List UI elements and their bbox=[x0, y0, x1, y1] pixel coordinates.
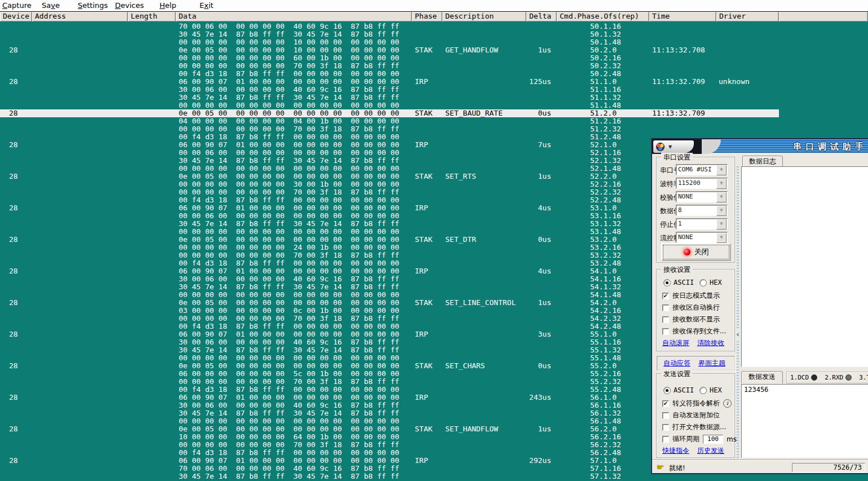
table-row[interactable]: 70 00 06 00 00 00 00 00 40 60 9c 16 87 b… bbox=[0, 23, 868, 30]
column-header-blank[interactable] bbox=[779, 12, 868, 21]
table-row[interactable]: 00 00 00 00 00 00 00 00 70 00 3f 18 87 b… bbox=[0, 62, 868, 70]
table-row[interactable]: 30 45 7e 14 87 b8 ff ff 30 45 7e 14 87 b… bbox=[0, 94, 868, 102]
quick-command-link[interactable]: 快捷指令 bbox=[662, 446, 689, 456]
receive-hex-radio[interactable]: HEX bbox=[699, 279, 722, 286]
cell-ofs: 50.2.0 bbox=[590, 46, 617, 54]
cell-ofs: 51.2.32 bbox=[590, 125, 621, 133]
stop-bits-select[interactable]: 1▼ bbox=[676, 218, 728, 230]
column-header-data[interactable]: Data bbox=[176, 12, 412, 21]
menu-bar: CaptureSaveSettingsDevicesHelpExit bbox=[0, 0, 868, 12]
parity-select[interactable]: NONE▼ bbox=[676, 191, 728, 202]
info-icon[interactable]: i bbox=[723, 399, 732, 408]
file-source-checkbox[interactable]: 打开文件数据源... bbox=[662, 422, 726, 432]
table-row[interactable]: 04 00 00 00 00 00 00 00 04 00 1b 00 00 0… bbox=[0, 117, 868, 125]
menu-item-settings[interactable]: Settings bbox=[78, 1, 108, 10]
flow-control-select[interactable]: NONE▼ bbox=[676, 232, 728, 243]
table-row[interactable]: 00 f4 d3 18 87 b8 ff ff 00 00 00 00 00 0… bbox=[0, 70, 868, 78]
app-logo-icon bbox=[656, 143, 665, 151]
column-header-phase[interactable]: Phase bbox=[412, 12, 442, 21]
cell-desc: GET_HANDFLOW bbox=[445, 46, 498, 54]
save-to-file-checkbox[interactable]: 接收保存到文件... bbox=[662, 326, 726, 336]
table-row[interactable]: 2806 00 90 07 01 00 00 00 00 00 00 00 00… bbox=[0, 78, 868, 86]
baud-rate-select[interactable]: 115200▼ bbox=[676, 178, 728, 189]
tab-data-send[interactable]: 数据发送 bbox=[741, 371, 783, 383]
close-port-button[interactable]: 关闭 bbox=[661, 243, 731, 261]
column-header-address[interactable]: Address bbox=[32, 12, 128, 21]
table-row[interactable]: 00 00 00 00 00 00 00 00 10 00 00 00 00 0… bbox=[0, 38, 868, 46]
auto-answer-link[interactable]: 自动应答 bbox=[663, 359, 690, 368]
menu-item-capture[interactable]: Capture bbox=[2, 1, 32, 10]
column-header-time[interactable]: Time bbox=[649, 12, 716, 21]
cell-data: 00 f4 d3 18 87 b8 ff ff 00 00 00 00 00 0… bbox=[179, 259, 399, 267]
tab-data-log[interactable]: 数据日志 bbox=[742, 156, 783, 167]
column-header-length[interactable]: Length bbox=[128, 12, 176, 21]
cell-ofs: 51.2.16 bbox=[590, 117, 621, 125]
table-row[interactable]: 00 00 00 00 00 00 00 00 60 00 1b 00 00 0… bbox=[0, 54, 868, 62]
cell-data: 06 00 00 00 00 00 00 00 5c 00 1b 00 00 0… bbox=[179, 370, 399, 378]
cell-ofs: 51.1.32 bbox=[590, 94, 621, 102]
history-send-link[interactable]: 历史发送 bbox=[697, 446, 724, 456]
radio-icon bbox=[699, 279, 707, 286]
column-header-description[interactable]: Description bbox=[442, 12, 526, 21]
cell-desc: SET_BAUD_RATE bbox=[445, 109, 503, 117]
checkbox-icon: ✔ bbox=[662, 293, 669, 299]
table-row[interactable]: 00 00 00 00 00 00 00 00 00 00 00 00 00 0… bbox=[0, 102, 868, 109]
indicator-dot-icon bbox=[811, 374, 817, 381]
cell-desc: SET_HANDFLOW bbox=[445, 425, 498, 433]
chevron-down-icon[interactable]: ▼ bbox=[716, 219, 727, 230]
receive-ascii-radio[interactable]: ASCII bbox=[663, 279, 694, 286]
ui-theme-link[interactable]: 界面主题 bbox=[698, 359, 725, 368]
cell-phase: STAK bbox=[415, 109, 432, 117]
menu-item-help[interactable]: Help bbox=[160, 1, 176, 10]
hide-receive-checkbox[interactable]: 接收数据不显示 bbox=[662, 315, 720, 324]
column-header-delta[interactable]: Delta bbox=[526, 12, 557, 21]
menu-item-exit[interactable]: Exit bbox=[200, 1, 214, 10]
menu-item-save[interactable]: Save bbox=[42, 1, 60, 10]
chevron-down-icon[interactable]: ▼ bbox=[716, 165, 727, 175]
loop-cycle-checkbox[interactable]: 循环周期ms bbox=[662, 434, 737, 444]
send-ascii-radio[interactable]: ASCII bbox=[663, 386, 694, 394]
table-row[interactable]: 00 00 00 00 00 00 00 00 70 00 3f 18 87 b… bbox=[0, 125, 868, 133]
chevron-down-icon[interactable]: ▼ bbox=[716, 206, 727, 216]
chevron-down-icon[interactable]: ▼ bbox=[716, 192, 727, 202]
auto-scroll-link[interactable]: 自动滚屏 bbox=[662, 338, 689, 348]
cell-ofs: 55.1.0 bbox=[590, 330, 617, 338]
column-header-driver[interactable]: Driver bbox=[716, 12, 779, 21]
escape-parse-checkbox[interactable]: ✔转义符指令解析i bbox=[662, 399, 732, 408]
cell-dev: 28 bbox=[9, 267, 18, 275]
table-row[interactable]: 280e 00 05 00 00 00 00 00 10 00 00 00 00… bbox=[0, 46, 868, 54]
app-logo-pill[interactable]: ▼ bbox=[653, 140, 694, 153]
cell-ofs: 52.1.48 bbox=[590, 165, 621, 173]
cell-ofs: 52.2.0 bbox=[590, 173, 617, 180]
chevron-down-icon[interactable]: ▼ bbox=[716, 179, 727, 189]
table-row[interactable]: 30 00 06 00 00 00 00 00 40 60 9c 16 87 b… bbox=[0, 86, 868, 94]
data-log-area[interactable] bbox=[741, 166, 868, 367]
auto-wrap-checkbox[interactable]: 接收区自动换行 bbox=[662, 303, 720, 312]
column-header-cmd-phase-ofs-rep-[interactable]: Cmd.Phase.Ofs(rep) bbox=[557, 12, 649, 21]
table-row[interactable]: 30 45 7e 14 87 b8 ff ff 30 45 7e 14 87 b… bbox=[0, 30, 868, 38]
cell-dev: 28 bbox=[9, 141, 18, 149]
menu-item-devices[interactable]: Devices bbox=[115, 1, 144, 10]
data-bits-select[interactable]: 8▼ bbox=[676, 205, 728, 216]
cell-ofs: 51.2.48 bbox=[590, 133, 621, 141]
clear-receive-link[interactable]: 清除接收 bbox=[697, 338, 724, 348]
log-mode-checkbox[interactable]: ✔按日志模式显示 bbox=[662, 291, 720, 301]
window-menu-tab[interactable]: ▼ bbox=[652, 139, 706, 154]
cell-data: 00 00 00 00 00 00 00 00 00 00 00 00 00 0… bbox=[179, 354, 399, 362]
com-port-select[interactable]: COM6 #USI▼ bbox=[676, 164, 728, 175]
send-input-area[interactable]: 123456 bbox=[741, 384, 868, 458]
title-bar[interactable]: ▼ 串口调试助手 bbox=[652, 138, 868, 153]
chevron-down-icon[interactable]: ▼ bbox=[668, 144, 672, 149]
cell-data: 00 00 00 00 00 00 00 00 24 00 1b 00 00 0… bbox=[179, 244, 399, 251]
cycle-period-input[interactable] bbox=[703, 435, 723, 444]
collapse-left-icon[interactable]: ‹ bbox=[735, 329, 741, 341]
send-hex-radio[interactable]: HEX bbox=[699, 386, 722, 394]
cell-phase: STAK bbox=[415, 46, 432, 54]
cell-ofs: 52.2.48 bbox=[590, 196, 621, 204]
table-row[interactable]: 280e 00 05 00 00 00 00 00 00 00 00 00 00… bbox=[0, 109, 868, 117]
auto-append-checkbox[interactable]: 自动发送附加位 bbox=[662, 411, 720, 420]
column-header-device[interactable]: Device bbox=[0, 12, 32, 21]
chevron-down-icon[interactable]: ▼ bbox=[716, 233, 727, 243]
panel-splitter[interactable]: ‹ bbox=[735, 166, 741, 458]
cell-phase: STAK bbox=[415, 236, 432, 244]
